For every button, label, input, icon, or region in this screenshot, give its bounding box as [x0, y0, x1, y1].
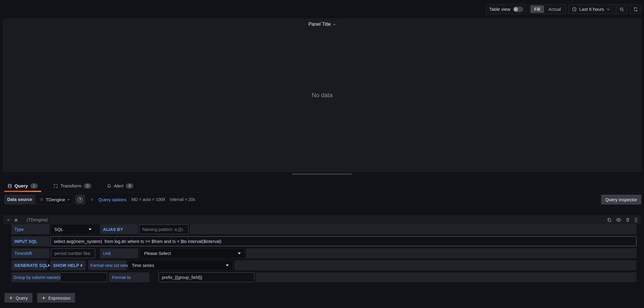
- trash-icon: [626, 217, 630, 222]
- clock-icon: [572, 7, 577, 12]
- add-query-label: Query: [16, 295, 28, 301]
- caret-down-icon: [89, 229, 92, 230]
- row-filler: [255, 272, 636, 282]
- duplicate-query-button[interactable]: [607, 217, 612, 222]
- display-mode-group: Fill Actual: [529, 4, 566, 14]
- row-filler: [190, 224, 636, 234]
- editor-tabs: Query 1 Transform 0 Alert 0: [0, 180, 644, 192]
- query-footer: Query Expression: [5, 293, 75, 303]
- timeshift-input[interactable]: [51, 248, 95, 258]
- delete-query-button[interactable]: [626, 217, 630, 222]
- form-row-input-sql: INPUT SQL: [11, 236, 636, 246]
- time-range-button[interactable]: Last 6 hours: [569, 4, 613, 14]
- time-range-label: Last 6 hours: [579, 7, 604, 12]
- tab-alert-count: 0: [126, 183, 133, 189]
- add-query-button[interactable]: Query: [5, 293, 32, 303]
- format-to-label: Format to: [109, 272, 150, 282]
- fill-button[interactable]: Fill: [531, 5, 544, 13]
- row-filler: [246, 248, 636, 258]
- caret-right-icon: [48, 264, 50, 267]
- unit-label: Unit: [100, 248, 138, 258]
- generate-sql-button[interactable]: GENERATE SQL: [11, 260, 47, 270]
- table-view-label: Table view: [489, 7, 510, 12]
- plus-icon: [42, 296, 46, 300]
- tab-query-count: 1: [30, 183, 38, 189]
- chevron-down-icon: [67, 198, 70, 201]
- datasource-label: Data source: [4, 195, 35, 205]
- datasource-picker[interactable]: TDengine: [36, 195, 73, 205]
- chevron-down-icon: [606, 7, 610, 11]
- chevron-right-icon: [90, 198, 94, 201]
- caret-down-icon: [238, 253, 241, 254]
- group-by-label: Group by column name(s): [11, 272, 60, 282]
- question-circle-icon: ?: [77, 197, 83, 202]
- zoom-out-time-button[interactable]: [616, 4, 627, 14]
- input-sql-field[interactable]: [50, 236, 636, 246]
- type-select-value: SQL: [54, 227, 63, 232]
- row-filler: [234, 260, 636, 270]
- query-inspector-button[interactable]: Query inspector: [601, 195, 641, 205]
- panel-resize-handle[interactable]: [292, 173, 352, 175]
- tab-query[interactable]: Query 1: [4, 180, 41, 192]
- transform-icon: [53, 184, 58, 188]
- unit-select[interactable]: Please Select: [140, 248, 245, 258]
- timeshift-label: Timeshift: [11, 248, 50, 258]
- max-data-points-text: MD = auto = 1008: [131, 197, 165, 202]
- generate-sql-label: GENERATE SQL: [14, 263, 48, 268]
- form-row-timeshift: Timeshift Unit Please Select: [11, 248, 636, 258]
- datasource-name: TDengine: [46, 197, 65, 202]
- form-row-type: Type SQL ALIAS BY: [11, 224, 636, 234]
- alias-by-label: ALIAS BY: [100, 224, 138, 234]
- input-sql-label: INPUT SQL: [11, 236, 50, 246]
- drag-handle[interactable]: [634, 217, 637, 223]
- type-select[interactable]: SQL: [50, 224, 95, 234]
- unit-select-value: Please Select: [144, 251, 171, 256]
- panel-editor-top-controls: Table view Fill Actual Last 6 hours: [486, 4, 641, 14]
- alias-by-input[interactable]: [139, 224, 189, 234]
- form-row-format: GENERATE SQL SHOW HELP Format new col ne…: [11, 260, 636, 270]
- tab-transform[interactable]: Transform 0: [50, 180, 95, 192]
- tdengine-query-form: Type SQL ALIAS BY INPUT SQL Timeshift Un…: [11, 224, 636, 284]
- group-by-input[interactable]: [60, 272, 107, 282]
- collapse-chevron-icon[interactable]: [7, 218, 10, 222]
- caret-down-icon: [226, 265, 229, 266]
- search-minus-icon: [619, 7, 624, 12]
- add-expression-label: Expression: [48, 295, 71, 301]
- format-label: Format new col new: [88, 260, 126, 270]
- query-row-header: A (TDengine): [3, 215, 641, 224]
- table-view-toggle[interactable]: [513, 7, 523, 12]
- toggle-knob: [514, 7, 518, 11]
- refresh-icon: [633, 7, 638, 12]
- interval-text: Interval = 20s: [170, 197, 195, 202]
- actual-button[interactable]: Actual: [545, 5, 565, 13]
- tab-alert[interactable]: Alert 0: [104, 180, 137, 192]
- database-icon: [8, 184, 12, 188]
- drag-dots-icon: [634, 217, 637, 223]
- add-expression-button[interactable]: Expression: [37, 293, 75, 303]
- caret-right-icon: [81, 264, 83, 267]
- tab-transform-count: 0: [84, 183, 91, 189]
- table-view-control: Table view: [486, 4, 527, 14]
- format-to-input[interactable]: [159, 272, 254, 282]
- tab-query-label: Query: [14, 183, 28, 189]
- hide-query-button[interactable]: [616, 218, 621, 222]
- plus-icon: [9, 296, 13, 300]
- refresh-button[interactable]: [630, 4, 641, 14]
- tdengine-logo-icon: [39, 197, 44, 202]
- type-label: Type: [11, 224, 50, 234]
- datasource-help-button[interactable]: ?: [75, 195, 85, 205]
- show-help-button[interactable]: SHOW HELP: [50, 260, 86, 270]
- copy-icon: [607, 217, 612, 222]
- query-ref-id[interactable]: A: [14, 217, 18, 223]
- form-row-group-by: Group by column name(s) Format to: [11, 272, 636, 282]
- tab-transform-label: Transform: [60, 183, 81, 189]
- tab-alert-label: Alert: [114, 183, 123, 189]
- grafana-panel-editor: { "top_bar": { "table_view_label": "Tabl…: [0, 0, 644, 308]
- eye-icon: [616, 218, 621, 222]
- format-select[interactable]: Time series: [128, 260, 233, 270]
- query-options-link[interactable]: Query options: [98, 197, 126, 202]
- query-datasource-hint: (TDengine): [27, 217, 48, 222]
- format-select-value: Time series: [132, 263, 154, 268]
- no-data-message: No data: [3, 19, 641, 172]
- datasource-bar: Data source TDengine ? Query options MD …: [4, 194, 641, 205]
